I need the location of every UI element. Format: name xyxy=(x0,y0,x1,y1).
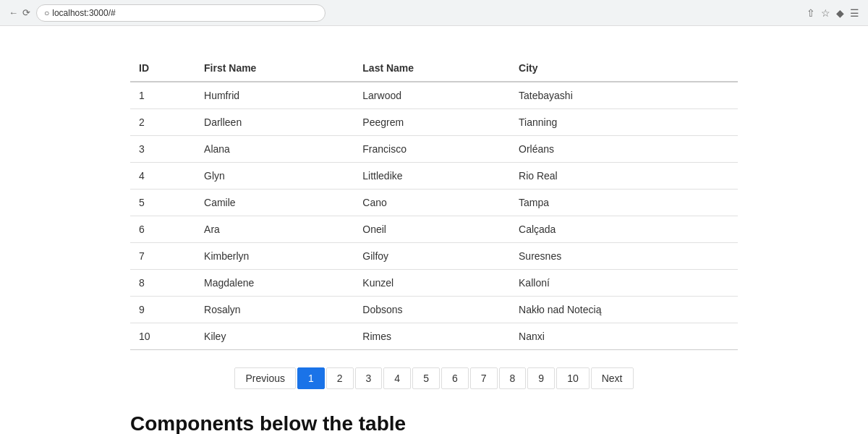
table-row: 3AlanaFranciscoOrléans xyxy=(130,136,738,163)
back-icon[interactable]: ← xyxy=(9,7,18,18)
table-row: 8MagdaleneKunzelKalloní xyxy=(130,270,738,297)
cell-id: 10 xyxy=(130,323,195,350)
cell-id: 1 xyxy=(130,82,195,109)
table-row: 6AraOneilCalçada xyxy=(130,216,738,243)
col-firstname: First Name xyxy=(195,55,354,82)
cell-firstName: Darlleen xyxy=(195,109,354,136)
cell-lastName: Larwood xyxy=(354,82,510,109)
page-button-8[interactable]: 8 xyxy=(499,367,527,389)
browser-right-icons: ⇧ ☆ ◆ ☰ xyxy=(807,7,859,19)
prev-button[interactable]: Previous xyxy=(234,367,295,389)
cell-firstName: Kimberlyn xyxy=(195,243,354,270)
cell-id: 3 xyxy=(130,136,195,163)
cell-lastName: Littledike xyxy=(354,163,510,190)
cell-lastName: Cano xyxy=(354,190,510,216)
table-row: 5CamileCanoTampa xyxy=(130,190,738,216)
browser-chrome: ← ⟳ ○ localhost:3000/# ⇧ ☆ ◆ ☰ xyxy=(0,0,868,26)
cell-lastName: Dobsons xyxy=(354,297,510,323)
cell-firstName: Camile xyxy=(195,190,354,216)
extension-icon[interactable]: ◆ xyxy=(836,7,844,19)
cell-firstName: Rosalyn xyxy=(195,297,354,323)
bookmark-icon[interactable]: ☆ xyxy=(821,7,830,19)
main-content: ID First Name Last Name City 1HumfridLar… xyxy=(0,26,868,434)
cell-id: 8 xyxy=(130,270,195,297)
page-button-7[interactable]: 7 xyxy=(470,367,498,389)
menu-icon[interactable]: ☰ xyxy=(850,7,859,19)
page-button-3[interactable]: 3 xyxy=(355,367,383,389)
header-row: ID First Name Last Name City xyxy=(130,55,738,82)
table-row: 2DarlleenPeegremTianning xyxy=(130,109,738,136)
page-button-1[interactable]: 1 xyxy=(297,367,325,389)
cell-city: Orléans xyxy=(510,136,738,163)
cell-id: 4 xyxy=(130,163,195,190)
table-row: 10KileyRimesNanxi xyxy=(130,323,738,350)
cell-lastName: Oneil xyxy=(354,216,510,243)
cell-lastName: Rimes xyxy=(354,323,510,350)
col-id: ID xyxy=(130,55,195,82)
col-lastname: Last Name xyxy=(354,55,510,82)
page-button-5[interactable]: 5 xyxy=(412,367,440,389)
cell-city: Suresnes xyxy=(510,243,738,270)
page-buttons: 12345678910 xyxy=(297,367,590,389)
page-button-4[interactable]: 4 xyxy=(383,367,411,389)
cell-lastName: Kunzel xyxy=(354,270,510,297)
address-bar[interactable]: ○ localhost:3000/# xyxy=(36,4,326,22)
cell-lastName: Peegrem xyxy=(354,109,510,136)
cell-firstName: Ara xyxy=(195,216,354,243)
browser-nav: ← ⟳ xyxy=(9,7,30,18)
page-button-9[interactable]: 9 xyxy=(527,367,555,389)
table-body: 1HumfridLarwoodTatebayashi2DarlleenPeegr… xyxy=(130,82,738,350)
cell-city: Rio Real xyxy=(510,163,738,190)
lock-icon: ○ xyxy=(44,8,49,18)
table-row: 4GlynLittledikeRio Real xyxy=(130,163,738,190)
pagination: Previous 12345678910 Next xyxy=(130,367,738,389)
table-row: 9RosalynDobsonsNakło nad Notecią xyxy=(130,297,738,323)
cell-city: Kalloní xyxy=(510,270,738,297)
cell-city: Nakło nad Notecią xyxy=(510,297,738,323)
below-table-heading: Components below the table xyxy=(130,412,738,434)
cell-id: 5 xyxy=(130,190,195,216)
table-row: 7KimberlynGilfoySuresnes xyxy=(130,243,738,270)
cell-firstName: Glyn xyxy=(195,163,354,190)
cell-lastName: Francisco xyxy=(354,136,510,163)
cell-city: Tampa xyxy=(510,190,738,216)
cell-firstName: Alana xyxy=(195,136,354,163)
col-city: City xyxy=(510,55,738,82)
url-text: localhost:3000/# xyxy=(52,8,115,18)
cell-firstName: Humfrid xyxy=(195,82,354,109)
cell-city: Tianning xyxy=(510,109,738,136)
cell-city: Tatebayashi xyxy=(510,82,738,109)
page-button-2[interactable]: 2 xyxy=(326,367,354,389)
cell-id: 7 xyxy=(130,243,195,270)
page-button-6[interactable]: 6 xyxy=(441,367,469,389)
data-table: ID First Name Last Name City 1HumfridLar… xyxy=(130,55,738,350)
cell-city: Calçada xyxy=(510,216,738,243)
cell-id: 2 xyxy=(130,109,195,136)
table-header: ID First Name Last Name City xyxy=(130,55,738,82)
table-row: 1HumfridLarwoodTatebayashi xyxy=(130,82,738,109)
cell-id: 6 xyxy=(130,216,195,243)
cell-firstName: Magdalene xyxy=(195,270,354,297)
reload-icon[interactable]: ⟳ xyxy=(22,7,30,18)
cell-lastName: Gilfoy xyxy=(354,243,510,270)
page-button-10[interactable]: 10 xyxy=(556,367,590,389)
cell-id: 9 xyxy=(130,297,195,323)
cell-city: Nanxi xyxy=(510,323,738,350)
cell-firstName: Kiley xyxy=(195,323,354,350)
next-button[interactable]: Next xyxy=(591,367,634,389)
share-icon[interactable]: ⇧ xyxy=(807,7,815,19)
